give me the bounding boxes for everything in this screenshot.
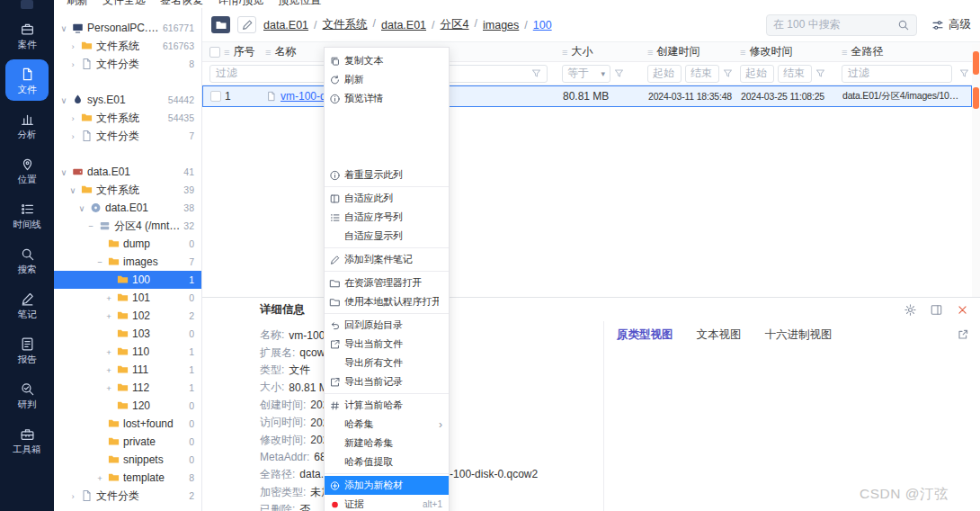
preview-tab[interactable]: 文本视图 (697, 327, 742, 343)
context-menu-item[interactable]: 着重显示此列 (325, 166, 449, 184)
tree-node[interactable]: snippets 0 (54, 451, 201, 469)
tree-node[interactable]: + template 8 (54, 469, 201, 487)
context-menu-item[interactable]: 预览详情 (325, 89, 449, 108)
expander-icon[interactable]: + (95, 473, 104, 483)
toolbar-button[interactable]: 签名恢复 (160, 0, 203, 8)
external-icon[interactable] (957, 328, 969, 341)
context-menu-item[interactable]: 哈希值提取 (325, 453, 449, 471)
table-row[interactable]: 1 vm-100-disk-0.qcow2 80.81 MB 2024-03-1… (202, 85, 972, 107)
funnel-icon[interactable] (614, 68, 624, 78)
expander-icon[interactable]: ∨ (59, 95, 68, 105)
column-header[interactable]: ≡ 全路径 (836, 44, 980, 59)
context-menu-item[interactable]: 在资源管理器打开 (325, 273, 449, 292)
context-menu-item[interactable]: 使用本地默认程序打开 (325, 292, 449, 311)
expander-icon[interactable]: + (104, 293, 113, 303)
funnel-icon[interactable] (959, 68, 969, 78)
expander-icon[interactable]: − (95, 257, 104, 267)
nav-item[interactable]: 案件 (5, 14, 49, 56)
nav-item[interactable]: 报告 (5, 329, 49, 371)
context-menu-item[interactable]: 自适应显示列 (325, 227, 449, 246)
preview-tab[interactable]: 十六进制视图 (765, 327, 833, 343)
tree-node[interactable]: ∨ 文件系统 39 (54, 181, 201, 199)
context-menu-item[interactable]: 计算当前哈希 (325, 396, 449, 415)
size-operator-select[interactable]: 等于 ▾ (562, 65, 610, 83)
nav-item[interactable]: 研判 (5, 374, 49, 416)
toolbar-button[interactable]: 刷新 (67, 0, 88, 8)
funnel-icon[interactable] (815, 68, 825, 78)
panel-icon[interactable] (930, 303, 943, 317)
folder-view-button[interactable] (211, 16, 230, 33)
expander-icon[interactable]: ∨ (77, 203, 86, 213)
context-menu-item[interactable]: 哈希集 (325, 415, 449, 434)
context-menu-item[interactable]: 回到原始目录 (325, 316, 449, 335)
context-menu-item[interactable]: 添加到案件笔记 (325, 250, 449, 269)
nav-item[interactable]: 笔记 (5, 284, 49, 326)
tree-node[interactable]: › 文件分类 7 (54, 127, 201, 145)
expander-icon[interactable]: + (104, 365, 113, 375)
context-menu-item[interactable]: 自适应此列 (325, 189, 449, 208)
context-menu-item[interactable]: 证据 alt+1 (325, 495, 449, 511)
tree-node[interactable]: › 文件分类 8 (54, 55, 201, 73)
column-header[interactable]: ≡ 修改时间 (735, 44, 836, 59)
tree-node[interactable]: ∨ PersonalPC.E01 616771 (54, 19, 201, 37)
close-icon[interactable] (956, 303, 969, 317)
tree-node[interactable]: + 111 1 (54, 361, 201, 379)
breadcrumb-link[interactable]: 文件系统 (323, 17, 368, 32)
tree-node[interactable]: 103 0 (54, 325, 201, 343)
expander-icon[interactable]: › (68, 113, 77, 123)
context-menu-item[interactable]: 导出当前文件 (325, 335, 449, 354)
context-menu-item[interactable]: 复制文本 (325, 51, 449, 70)
nav-item[interactable]: 文件 (5, 59, 49, 101)
nav-item[interactable]: 分析 (5, 104, 49, 146)
created-end-input[interactable]: 结束 (685, 65, 719, 83)
tree-node[interactable]: private 0 (54, 433, 201, 451)
tree-node[interactable]: dump 0 (54, 235, 201, 253)
scrollbar-thumb[interactable] (973, 51, 979, 75)
search-input[interactable]: 在 100 中搜索 (766, 14, 917, 36)
tree-node[interactable]: 100 1 (54, 271, 201, 289)
modified-end-input[interactable]: 结束 (778, 65, 812, 83)
context-menu-item[interactable]: 导出当前记录 (325, 372, 449, 391)
magnifier-icon[interactable] (897, 19, 910, 31)
expander-icon[interactable]: › (68, 41, 77, 51)
select-all-checkbox[interactable] (209, 47, 220, 58)
preview-tab[interactable]: 原类型视图 (617, 327, 673, 343)
context-menu-item[interactable]: 添加为新检材 (325, 476, 449, 495)
modified-start-input[interactable]: 起始 (740, 65, 774, 83)
breadcrumb-link[interactable]: images (483, 19, 519, 31)
scrollbar-marker[interactable] (973, 87, 979, 109)
scrollbar-track[interactable] (972, 44, 980, 297)
row-checkbox[interactable] (210, 91, 221, 102)
tree-node[interactable]: − images 7 (54, 253, 201, 271)
tree-node[interactable]: lost+found 0 (54, 415, 201, 433)
gear-icon[interactable] (904, 303, 917, 317)
advanced-search-button[interactable]: 高级 (931, 17, 971, 32)
nav-item[interactable]: 时间线 (5, 194, 49, 236)
funnel-icon[interactable] (531, 68, 541, 78)
expander-icon[interactable]: ∨ (59, 23, 68, 33)
tree-node[interactable]: › 文件系统 616763 (54, 37, 201, 55)
path-filter-input[interactable]: 过滤 (842, 65, 952, 83)
expander-icon[interactable]: + (104, 383, 113, 393)
tree-node[interactable]: ∨ data.E01 41 (54, 163, 201, 181)
context-menu-item[interactable]: 自适应序号列 (325, 208, 449, 227)
toolbar-button[interactable]: 详情/预览 (218, 0, 263, 8)
nav-item[interactable]: 位置 (5, 149, 49, 191)
context-menu-item[interactable]: 刷新 (325, 70, 449, 89)
expander-icon[interactable]: › (68, 59, 77, 69)
created-start-input[interactable]: 起始 (647, 65, 682, 83)
tree-node[interactable]: › 文件分类 2 (54, 487, 201, 505)
expander-icon[interactable]: − (86, 221, 95, 231)
tree-node[interactable]: + 110 1 (54, 343, 201, 361)
nav-item[interactable]: 工具箱 (5, 419, 49, 461)
expander-icon[interactable]: ∨ (59, 167, 68, 177)
context-menu-item[interactable]: 导出所有文件 (325, 354, 449, 372)
toolbar-button[interactable]: 预览位置 (278, 0, 321, 8)
tree-node[interactable]: ∨ sys.E01 54442 (54, 91, 201, 109)
expander-icon[interactable]: › (68, 491, 77, 501)
tree-node[interactable]: 120 0 (54, 397, 201, 415)
nav-item[interactable]: 搜索 (5, 239, 49, 281)
expander-icon[interactable]: + (104, 347, 113, 357)
tree-node[interactable]: + 102 2 (54, 307, 201, 325)
tree-node[interactable]: › 文件系统 54435 (54, 109, 201, 127)
